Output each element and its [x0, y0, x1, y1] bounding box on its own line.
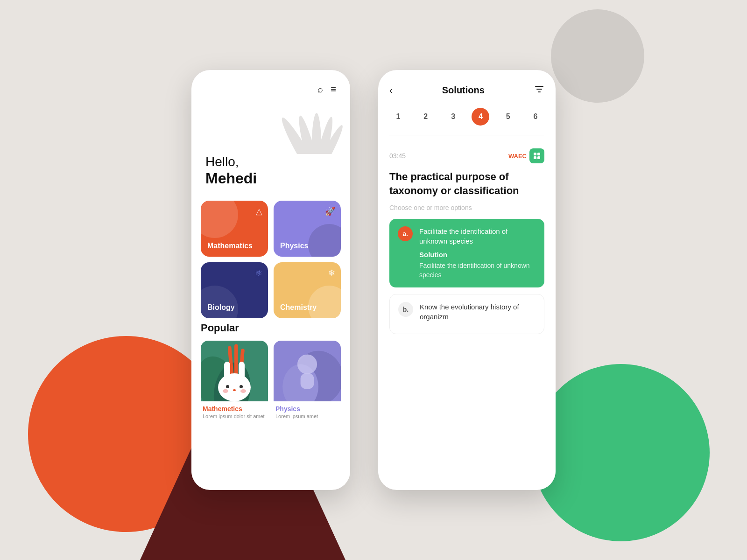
bg-light-circle	[551, 9, 644, 103]
physics-blob	[308, 224, 341, 257]
svg-rect-17	[537, 156, 540, 159]
chemistry-blob	[308, 286, 341, 318]
popular-card-physics[interactable]: Physics Lorem ipsum amet	[274, 341, 341, 420]
popular-card-title-physics: Physics	[275, 405, 339, 413]
svg-rect-15	[537, 153, 540, 155]
popular-title: Popular	[201, 322, 341, 334]
popular-card-img-physics	[274, 341, 341, 401]
chemistry-label: Chemistry	[280, 303, 317, 312]
waec-badge: WAEC	[508, 153, 527, 160]
popular-card-img-math	[201, 341, 268, 401]
chemistry-icon: ❄	[328, 268, 335, 278]
right-content: ‹ Solutions 1 2 3 4 5 6 03:45	[378, 70, 556, 490]
answer-letter-a: a.	[398, 226, 413, 241]
math-blob	[201, 201, 238, 238]
math-label: Mathematics	[207, 242, 253, 250]
choose-label: Choose one or more options	[389, 204, 544, 211]
svg-point-12	[297, 354, 317, 374]
subject-card-math[interactable]: △ Mathematics	[201, 201, 268, 257]
page-1[interactable]: 1	[389, 108, 407, 126]
subject-card-chemistry[interactable]: ❄ Chemistry	[274, 262, 341, 318]
popular-section: Popular	[201, 322, 341, 420]
biology-blob	[201, 286, 238, 318]
left-content: ⌕ ≡ Hello, Mehedi △ Mathematics 🚀 Physic…	[191, 70, 350, 490]
page-3[interactable]: 3	[444, 108, 462, 126]
solution-text-a: Facilitate the identification of unknown…	[419, 261, 536, 280]
answer-letter-b: b.	[398, 302, 413, 317]
popular-cards: Mathemetics Lorem ipsum dolor sit amet	[201, 341, 341, 420]
svg-rect-16	[534, 156, 536, 159]
question-text: The practical purpose of taxonomy or cla…	[389, 170, 544, 197]
phone-right: ‹ Solutions 1 2 3 4 5 6 03:45	[378, 70, 556, 490]
page-4-active[interactable]: 4	[472, 108, 489, 126]
page-2[interactable]: 2	[417, 108, 435, 126]
math-icon: △	[256, 206, 262, 217]
physics-label: Physics	[280, 242, 308, 250]
right-topbar: ‹ Solutions	[389, 84, 544, 97]
phones-wrapper: ⌕ ≡ Hello, Mehedi △ Mathematics 🚀 Physic…	[191, 70, 556, 490]
question-meta: 03:45 WAEC	[389, 148, 544, 163]
popular-card-title-math: Mathemetics	[203, 405, 266, 413]
answer-option-b[interactable]: b. Know the evolutionary history of orga…	[389, 294, 544, 334]
biology-label: Biology	[207, 303, 235, 312]
popular-card-info-physics: Physics Lorem ipsum amet	[274, 401, 341, 420]
popular-card-desc-math: Lorem ipsum dolor sit amet	[203, 413, 266, 419]
bg-green-circle	[532, 364, 710, 541]
question-timer: 03:45	[389, 152, 406, 160]
page-numbers: 1 2 3 4 5 6	[389, 108, 544, 135]
subject-card-biology[interactable]: ⚛ Biology	[201, 262, 268, 318]
svg-rect-14	[534, 153, 536, 155]
solution-label-a: Solution	[419, 251, 536, 259]
filter-button[interactable]	[534, 84, 544, 97]
answer-option-a[interactable]: a. Facilitate the identification of unkn…	[389, 219, 544, 287]
svg-rect-13	[301, 373, 314, 389]
subject-card-physics[interactable]: 🚀 Physics	[274, 201, 341, 257]
page-6[interactable]: 6	[527, 108, 544, 126]
greeting-hello: Hello,	[205, 154, 257, 170]
phone-left: ⌕ ≡ Hello, Mehedi △ Mathematics 🚀 Physic…	[191, 70, 350, 490]
subject-grid: △ Mathematics 🚀 Physics ⚛ Biology ❄ Chem…	[201, 201, 341, 318]
physics-icon: 🚀	[325, 206, 335, 217]
menu-icon[interactable]: ≡	[331, 84, 336, 95]
popular-card-desc-physics: Lorem ipsum amet	[275, 413, 339, 419]
left-topbar: ⌕ ≡	[317, 84, 336, 95]
popular-card-math[interactable]: Mathemetics Lorem ipsum dolor sit amet	[201, 341, 268, 420]
answer-text-a: Facilitate the identification of unknown…	[419, 226, 536, 246]
biology-icon: ⚛	[255, 268, 262, 278]
solutions-title: Solutions	[442, 85, 485, 96]
hello-section: Hello, Mehedi	[205, 154, 257, 187]
hand-illustration	[257, 70, 350, 154]
page-5[interactable]: 5	[499, 108, 517, 126]
badge-icon	[529, 148, 544, 163]
answer-header-a: a. Facilitate the identification of unkn…	[398, 226, 536, 246]
answer-text-b: Know the evolutionary history of organiz…	[420, 302, 536, 322]
popular-card-info-math: Mathemetics Lorem ipsum dolor sit amet	[201, 401, 268, 420]
back-button[interactable]: ‹	[389, 85, 393, 96]
question-badge: WAEC	[508, 148, 544, 163]
answer-header-b: b. Know the evolutionary history of orga…	[398, 302, 536, 322]
search-icon[interactable]: ⌕	[317, 84, 323, 95]
greeting-name: Mehedi	[205, 170, 257, 187]
